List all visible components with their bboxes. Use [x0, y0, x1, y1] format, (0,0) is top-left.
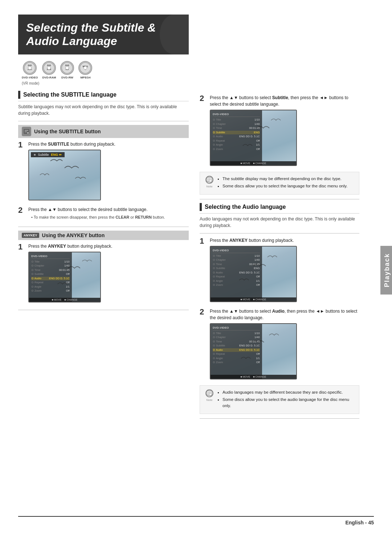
anykey-step-1-content: Press the ANYKEY button during playback.: [28, 243, 189, 305]
svg-point-19: [27, 132, 29, 134]
svg-text:DVD: DVD: [28, 64, 32, 66]
dvd-menu-overlay-audio-1: DVD-VIDEO ⊙ Title1/10 ⊙ Chapter1/40 ⊙ Ti…: [211, 247, 262, 301]
left-column: Selecting the Subtitle & Audio Language …: [18, 15, 189, 512]
audio-note-box: Note Audio languages may be different be…: [200, 385, 359, 414]
step-1-content: Press the SUBTITLE button during playbac…: [28, 141, 189, 203]
step-2-content: Press the ▲▼ buttons to select the desir…: [28, 206, 189, 222]
right-subtitle-step-2: 2 Press the ▲▼ buttons to select Subtitl…: [200, 94, 359, 168]
subtitle-button-section: Using the SUBTITLE button 1 Press the SU…: [18, 125, 189, 222]
audio-step-2-content: Press the ▲▼ buttons to select Audio, th…: [210, 308, 359, 382]
svg-text:VIDEO: VIDEO: [28, 69, 32, 70]
svg-text:RW: RW: [66, 68, 69, 70]
dvd-bottom-bar-audio-2: ■ MOVE ■ CHANGE: [211, 375, 296, 379]
subtitle-button-header: Using the SUBTITLE button: [18, 125, 189, 138]
audio-step-number-1: 1: [200, 237, 206, 245]
subtitle-note-item-2: Some discs allow you to select the langu…: [222, 183, 355, 189]
disc-icons-row: DVD VIDEO DVD-VIDEO DVD RAM: [18, 61, 189, 79]
vr-mode-label: (VR mode): [18, 81, 189, 85]
section-bar: [18, 91, 20, 99]
step-number-1: 1: [18, 141, 25, 149]
anykey-button-section: ANYKEY Using the ANYKEY button 1 Press t…: [18, 231, 189, 305]
svg-point-9: [66, 66, 69, 69]
right-step-number-2: 2: [200, 94, 206, 102]
svg-point-5: [48, 66, 50, 69]
anykey-button-header: ANYKEY Using the ANYKEY button: [18, 231, 189, 240]
subtitle-button-icon: [22, 127, 31, 136]
subtitle-note-item-1: The subtitle display may be different de…: [222, 176, 355, 182]
audio-step-2-text: Press the ▲▼ buttons to select Audio, th…: [210, 308, 359, 321]
audio-desc: Audio languages may not work depending o…: [200, 216, 359, 229]
svg-text:RAM: RAM: [47, 68, 51, 70]
right-step-2-content: Press the ▲▼ buttons to select Subtitle,…: [210, 94, 359, 168]
svg-point-1: [28, 66, 31, 69]
audio-section-heading: Selecting the Audio language: [200, 203, 359, 214]
subtitle-desc: Subtitle languages may not work dependin…: [18, 103, 189, 117]
audio-step-1: 1 Press the ANYKEY button during playbac…: [200, 237, 359, 304]
audio-note-item-2: Some discs allow you to select the audio…: [222, 397, 355, 409]
subtitle-note-box: Note The subtitle display may be differe…: [200, 172, 359, 195]
right-column: 2 Press the ▲▼ buttons to select Subtitl…: [200, 15, 374, 512]
audio-step-1-text: Press the ANYKEY button during playback.: [210, 237, 359, 244]
right-subtitle-step-container: 2 Press the ▲▼ buttons to select Subtitl…: [200, 94, 359, 168]
audio-step-number-2: 2: [200, 308, 206, 316]
page-title: Selecting the Subtitle & Audio Language: [26, 21, 181, 48]
step-number-2: 2: [18, 206, 25, 214]
svg-text:MPEG: MPEG: [83, 65, 88, 68]
svg-text:DVD: DVD: [65, 64, 69, 66]
audio-note-item-1: Audio languages may be different because…: [222, 389, 355, 395]
subtitle-bar: ■ Subtitle ENG ⇔: [31, 152, 65, 157]
audio-note-content: Audio languages may be different because…: [218, 389, 355, 410]
disc-icon-dvd-video: DVD VIDEO DVD-VIDEO: [22, 61, 38, 79]
step-2-indent: • To make the screen disappear, then pre…: [31, 215, 189, 219]
disc-icon-dvd-rw: DVD RW DVD-RW: [60, 61, 74, 79]
dvd-screen-subtitle: ■ Subtitle ENG ⇔: [28, 150, 101, 200]
page-title-block: Selecting the Subtitle & Audio Language: [18, 15, 189, 54]
audio-section-bar: [200, 203, 202, 211]
subtitle-step-1: 1 Press the SUBTITLE button during playb…: [18, 141, 189, 203]
right-step-2-text: Press the ▲▼ buttons to select Subtitle,…: [210, 94, 359, 107]
subtitle-button-heading: Using the SUBTITLE button: [34, 129, 101, 134]
anykey-heading: Using the ANYKEY button: [42, 232, 105, 238]
disc-icon-mpeg4: MPEG 4 MPEG4: [78, 61, 92, 79]
dvd-bottom-bar: ■ MOVE ■ CHANGE: [29, 298, 100, 302]
note-icon-audio: Note: [204, 389, 215, 399]
page-footer: English - 45: [18, 516, 374, 525]
dvd-menu-overlay-audio-2: DVD-VIDEO ⊙ Title1/10 ⊙ Chapter1/40 ⊙ Ti…: [211, 324, 262, 379]
anykey-step-1-text: Press the ANYKEY button during playback.: [28, 243, 189, 249]
svg-rect-17: [25, 130, 28, 131]
dvd-menu-overlay: DVD-VIDEO ⊙ Title1/10 ⊙ Chapter1/40 ⊙ Ti…: [29, 252, 72, 302]
dvd-screen-audio-1: DVD-VIDEO ⊙ Title1/10 ⊙ Chapter1/40 ⊙ Ti…: [210, 246, 297, 302]
svg-rect-18: [25, 131, 27, 132]
dvd-bottom-bar-2: ■ MOVE ■ CHANGE: [211, 161, 296, 165]
anykey-step-number-1: 1: [18, 243, 25, 251]
subtitle-step-2: 2 Press the ▲▼ buttons to select the des…: [18, 206, 189, 222]
svg-text:DVD: DVD: [47, 64, 51, 66]
subtitle-section-heading: Selecting the SUBTITLE language: [18, 91, 189, 101]
audio-step-2: 2 Press the ▲▼ buttons to select Audio, …: [200, 308, 359, 382]
anykey-badge: ANYKEY: [22, 233, 39, 238]
note-icon-subtitle: Note: [204, 176, 215, 186]
dvd-bottom-bar-audio-1: ■ MOVE ■ CHANGE: [211, 297, 296, 301]
footer-text: English - 45: [345, 520, 374, 525]
svg-point-12: [80, 62, 91, 73]
anykey-step-1: 1 Press the ANYKEY button during playbac…: [18, 243, 189, 305]
step-1-text: Press the SUBTITLE button during playbac…: [28, 141, 189, 147]
dvd-menu-overlay-subtitle: DVD-VIDEO ⊙ Title1/10 ⊙ Chapter1/40 ⊙ Ti…: [211, 110, 262, 165]
step-2-text: Press the ▲▼ buttons to select the desir…: [28, 206, 189, 213]
dvd-screen-subtitle-select: DVD-VIDEO ⊙ Title1/10 ⊙ Chapter1/40 ⊙ Ti…: [210, 110, 297, 166]
disc-icon-dvd-ram: DVD RAM DVD-RAM: [42, 61, 56, 79]
subtitle-heading: Selecting the SUBTITLE language: [23, 92, 117, 98]
dvd-screen-anykey: DVD-VIDEO ⊙ Title1/10 ⊙ Chapter1/40 ⊙ Ti…: [28, 252, 101, 303]
audio-step-1-content: Press the ANYKEY button during playback.…: [210, 237, 359, 304]
svg-point-13: [84, 66, 87, 69]
subtitle-note-content: The subtitle display may be different de…: [218, 176, 355, 191]
dvd-screen-audio-2: DVD-VIDEO ⊙ Title1/10 ⊙ Chapter1/40 ⊙ Ti…: [210, 323, 297, 379]
audio-heading: Selecting the Audio language: [205, 204, 286, 210]
